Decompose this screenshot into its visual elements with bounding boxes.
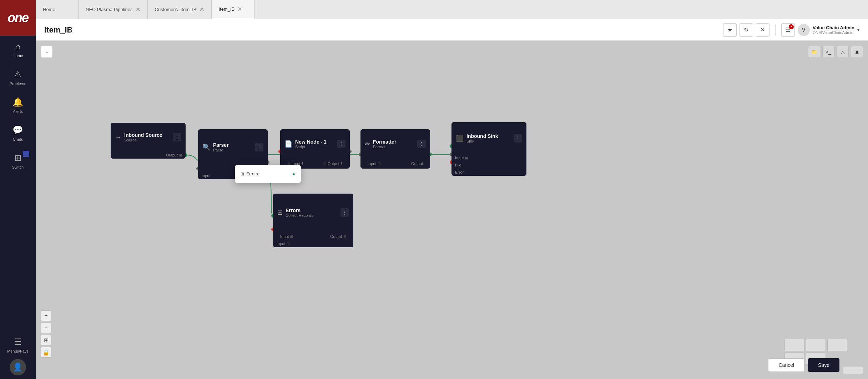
node-inbound-sink-error-port: Error bbox=[451, 169, 526, 176]
fit-button[interactable]: ⊞ bbox=[41, 335, 51, 345]
parser-icon: 🔍 bbox=[202, 143, 210, 151]
node-inbound-sink[interactable]: ⬛ Inbound Sink Sink ⋮ Input ⊞ File Error bbox=[451, 122, 526, 176]
canvas-right-tools: 📁 >_ △ ♟ bbox=[808, 46, 863, 58]
sidebar-item-chats[interactable]: 💬 Chats bbox=[0, 119, 36, 147]
node-inbound-source-subtitle: Source bbox=[124, 138, 162, 142]
node-inbound-source-title: Inbound Source bbox=[124, 132, 162, 138]
notification-button[interactable]: ☰ ● bbox=[781, 23, 795, 37]
page-title: Item_IB bbox=[44, 25, 723, 35]
minimap-card-6 bbox=[843, 366, 863, 374]
node-inbound-sink-header: ⬛ Inbound Sink Sink ⋮ bbox=[451, 122, 526, 154]
output-port-grid: ⊞ bbox=[179, 153, 182, 157]
node-errors-collect-input-port: Input ⊞ bbox=[277, 233, 297, 240]
list-view-button[interactable]: ≡ bbox=[41, 46, 53, 58]
refresh-button[interactable]: ↻ bbox=[740, 23, 753, 37]
sidebar-item-problems[interactable]: ⚠ Problems bbox=[0, 64, 36, 91]
header-divider bbox=[775, 25, 776, 35]
node-new-node-1-menu[interactable]: ⋮ bbox=[337, 140, 345, 148]
node-formatter[interactable]: ✏ Formatter Format ⋮ Input ⊞ Output bbox=[360, 129, 430, 169]
zoom-out-button[interactable]: − bbox=[41, 323, 51, 333]
tab-customerA[interactable]: CustomerA_Item_IB ✕ bbox=[148, 0, 212, 19]
node-errors-collect-input2-port: Input ⊞ bbox=[273, 241, 353, 247]
tab-item-ib[interactable]: Item_IB ✕ bbox=[212, 0, 254, 19]
header-actions: ★ ↻ ✕ ☰ ● V Value Chain Admin ONEIValueC… bbox=[723, 23, 859, 37]
cancel-button[interactable]: Cancel bbox=[768, 358, 804, 372]
node-errors-collect-subtitle: Collect Records bbox=[286, 213, 313, 218]
inbound-sink-icon: ⬛ bbox=[456, 134, 464, 142]
node-formatter-subtitle: Format bbox=[373, 145, 396, 149]
node-formatter-text: Formatter Format bbox=[373, 139, 396, 149]
canvas-area: ≡ 📁 >_ △ ♟ bbox=[36, 41, 868, 379]
node-inbound-sink-menu[interactable]: ⋮ bbox=[514, 134, 522, 143]
sidebar-item-switch[interactable]: ⊞ ... Switch bbox=[0, 147, 36, 175]
node-errors-collect[interactable]: ⊞ Errors Collect Records ⋮ Input ⊞ Outpu… bbox=[273, 194, 353, 247]
node-parser-text: Parser Parse bbox=[213, 142, 229, 152]
node-errors-collect-output-port: Output ⊞ bbox=[327, 233, 350, 240]
node-errors-collect-title: Errors bbox=[286, 208, 313, 213]
folder-button[interactable]: 📁 bbox=[808, 46, 820, 58]
pipeline-canvas: → Inbound Source Source ⋮ Output ⊞ 🔍 Par… bbox=[36, 41, 868, 379]
tab-item-ib-close[interactable]: ✕ bbox=[237, 6, 242, 13]
tab-customerA-label: CustomerA_Item_IB bbox=[155, 7, 197, 12]
node-inbound-source-menu[interactable]: ⋮ bbox=[173, 133, 181, 141]
alert-triangle-button[interactable]: △ bbox=[837, 46, 849, 58]
node-errors-collect-menu[interactable]: ⋮ bbox=[340, 208, 349, 217]
output-label: Output bbox=[166, 153, 178, 157]
zoom-in-button[interactable]: + bbox=[41, 310, 51, 321]
sidebar-item-alerts[interactable]: 🔔 Alerts bbox=[0, 91, 36, 119]
node-formatter-output-port: Output bbox=[408, 160, 427, 167]
home-icon: ⌂ bbox=[15, 41, 21, 51]
popup-errors-label: Errors bbox=[246, 171, 258, 176]
tab-customerA-close[interactable]: ✕ bbox=[200, 6, 204, 13]
close-pipeline-button[interactable]: ✕ bbox=[756, 23, 769, 37]
notification-badge: ● bbox=[789, 24, 794, 29]
node-inbound-sink-text: Inbound Sink Sink bbox=[466, 133, 498, 143]
terminal-button[interactable]: >_ bbox=[822, 46, 834, 58]
sidebar-bottom: ☰ Menus/Favs 👤 bbox=[7, 331, 29, 379]
node-new-node-1-subtitle: Script bbox=[295, 145, 327, 149]
zoom-controls: + − ⊞ 🔒 bbox=[41, 310, 51, 358]
problems-icon: ⚠ bbox=[14, 69, 22, 79]
node-new-node-1[interactable]: 📄 New Node - 1 Script ⋮ ⊞ Input 1 ⊞ Outp… bbox=[280, 129, 350, 169]
node-errors-collect-header: ⊞ Errors Collect Records ⋮ bbox=[273, 194, 353, 231]
new-node-1-icon: 📄 bbox=[284, 140, 292, 148]
avatar: 👤 bbox=[10, 359, 26, 375]
minimap-card-1 bbox=[784, 339, 804, 351]
tab-neo-close[interactable]: ✕ bbox=[136, 6, 140, 13]
node-inbound-sink-subtitle: Sink bbox=[466, 139, 498, 143]
star-button[interactable]: ★ bbox=[723, 23, 737, 37]
node-formatter-input-port: Input ⊞ bbox=[364, 160, 384, 167]
popup-errors-dot: ● bbox=[293, 171, 295, 176]
tabbar: Home NEO Plasma Pipelines ✕ CustomerA_It… bbox=[36, 0, 868, 19]
node-inbound-sink-file-port: File bbox=[451, 161, 526, 169]
connections-svg bbox=[36, 41, 868, 379]
sidebar-item-menus[interactable]: ☰ Menus/Favs bbox=[7, 331, 29, 359]
popup-errors-grid: ⊞ bbox=[241, 171, 244, 176]
tab-neo[interactable]: NEO Plasma Pipelines ✕ bbox=[79, 0, 148, 19]
run-button[interactable]: ♟ bbox=[851, 46, 863, 58]
node-inbound-sink-input-port: Input ⊞ bbox=[451, 154, 526, 161]
node-inbound-source[interactable]: → Inbound Source Source ⋮ Output ⊞ bbox=[111, 123, 186, 159]
node-new-node-1-output-port: ⊞ Output 1 bbox=[320, 160, 346, 167]
node-formatter-header: ✏ Formatter Format ⋮ bbox=[360, 129, 430, 159]
tab-home[interactable]: Home bbox=[36, 0, 79, 19]
alerts-icon: 🔔 bbox=[12, 97, 23, 107]
errors-collect-icon: ⊞ bbox=[277, 209, 283, 216]
node-parser-menu[interactable]: ⋮ bbox=[255, 143, 263, 151]
input-label: Input bbox=[202, 174, 210, 178]
inbound-source-icon: → bbox=[115, 134, 121, 141]
tab-home-label: Home bbox=[43, 7, 55, 12]
lock-button[interactable]: 🔒 bbox=[41, 347, 51, 358]
node-inbound-source-header: → Inbound Source Source ⋮ bbox=[111, 123, 186, 151]
sidebar-item-home[interactable]: ⌂ Home bbox=[0, 36, 36, 64]
minimap-card-3 bbox=[827, 339, 847, 351]
node-errors-collect-text: Errors Collect Records bbox=[286, 208, 313, 218]
bottom-actions: Cancel Save bbox=[768, 358, 839, 372]
user-section: Value Chain Admin ONEIValueChainAdmin ▾ bbox=[813, 25, 859, 35]
user-dropdown-chevron[interactable]: ▾ bbox=[857, 28, 859, 33]
node-new-node-1-header: 📄 New Node - 1 Script ⋮ bbox=[280, 129, 350, 159]
node-formatter-menu[interactable]: ⋮ bbox=[417, 140, 426, 148]
node-inbound-source-text: Inbound Source Source bbox=[124, 132, 162, 142]
canvas-toolbar: ≡ bbox=[41, 46, 53, 58]
save-button[interactable]: Save bbox=[808, 358, 839, 372]
